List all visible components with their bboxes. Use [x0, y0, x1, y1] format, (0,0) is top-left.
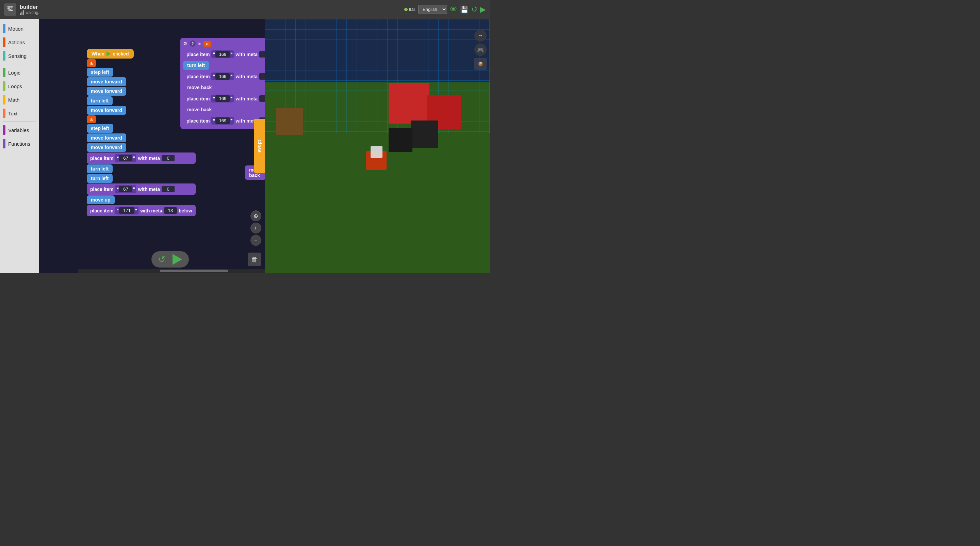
game-controls-overlay: ↔ 🎮 📦 — [474, 29, 487, 70]
ov-meta-3[interactable] — [259, 95, 264, 102]
sidebar-item-motion[interactable]: Motion — [0, 22, 39, 35]
move-forward-block-2[interactable]: move forward — [87, 87, 126, 96]
game-dark-block — [388, 128, 412, 152]
meta-input-13[interactable] — [164, 207, 177, 214]
quote-wrap-ov-2: ❝❞ — [211, 73, 234, 80]
motion-color-icon — [3, 24, 5, 33]
overlay-place-item-2[interactable]: place item ❝❞ with meta — [183, 71, 265, 82]
sidebar-item-functions[interactable]: Functions — [0, 137, 39, 150]
ov-turn-left[interactable]: turn left — [183, 61, 209, 70]
turn-left-block-3[interactable]: turn left — [87, 174, 113, 183]
play-button[interactable]: ▶ — [480, 5, 486, 14]
game-canvas: ↔ 🎮 📦 — [265, 19, 490, 273]
move-forward-block-3[interactable]: move forward — [87, 106, 126, 115]
nav-zoom-in-button[interactable]: + — [250, 223, 261, 234]
move-forward-block-5[interactable]: move forward — [87, 143, 126, 152]
logic-label: Logic — [8, 70, 21, 76]
sidebar-item-actions[interactable]: Actions — [0, 35, 39, 49]
visibility-button[interactable]: 👁 — [450, 5, 457, 14]
overlay-header: ⚙ ? to a — [183, 40, 265, 47]
loops-label: Loops — [8, 83, 22, 89]
game-character-head — [371, 146, 382, 158]
move-up-block[interactable]: move up — [87, 196, 115, 204]
quote-wrap-ov-1: ❝❞ — [211, 50, 234, 58]
item-id-input-171[interactable] — [119, 207, 134, 214]
game-brown-block — [276, 108, 303, 135]
gamepad-control[interactable]: 🎮 — [474, 44, 487, 56]
sidebar-item-math[interactable]: Math — [0, 93, 39, 107]
overlay-blocks: place item ❝❞ with meta turn left place … — [183, 49, 265, 126]
sidebar: Motion Actions Sensing Logic Loops Math … — [0, 19, 39, 273]
app-status: waiting... — [20, 10, 41, 15]
sidebar-item-text[interactable]: Text — [0, 107, 39, 120]
ov-item-id-4[interactable] — [215, 118, 230, 124]
blocks-canvas[interactable]: When clicked a step left move forward mo… — [39, 19, 265, 273]
functions-color-icon — [3, 139, 5, 148]
close-panel-button[interactable]: Close — [254, 119, 265, 173]
meta-input-0-2[interactable] — [162, 186, 175, 192]
sidebar-item-loops[interactable]: Loops — [0, 79, 39, 93]
move-forward-block-4[interactable]: move forward — [87, 134, 126, 142]
ids-dot-icon — [404, 8, 408, 11]
main-block-stack: a step left move forward move forward tu… — [87, 59, 196, 216]
move-forward-block-1[interactable]: move forward — [87, 77, 126, 86]
game-view: ↔ 🎮 📦 — [265, 19, 490, 273]
quote-wrap-ov-4: ❝❞ — [211, 117, 234, 124]
step-left-block[interactable]: step left — [87, 68, 113, 76]
language-select[interactable]: English Spanish French — [418, 5, 447, 14]
quote-wrap-icon-3: ❝❞ — [115, 207, 138, 215]
undo-button[interactable]: ↺ — [471, 5, 477, 14]
horizontal-scrollbar[interactable] — [78, 269, 265, 273]
sensing-color-icon — [3, 51, 5, 60]
canvas-play-button[interactable] — [172, 254, 182, 265]
overlay-place-item-1[interactable]: place item ❝❞ with meta — [183, 49, 265, 60]
math-color-icon — [3, 95, 5, 105]
ov-item-id-3[interactable] — [215, 95, 230, 102]
game-red-block-1 — [388, 83, 430, 124]
actions-label: Actions — [8, 40, 25, 45]
game-black-block — [411, 121, 438, 148]
sidebar-item-logic[interactable]: Logic — [0, 66, 39, 79]
turn-left-block-1[interactable]: turn left — [87, 96, 113, 105]
save-button[interactable]: 💾 — [460, 5, 469, 14]
overlay-place-item-4[interactable]: place item ❝❞ with meta — [183, 115, 265, 126]
item-id-input-67[interactable] — [119, 155, 132, 161]
trash-button[interactable]: 🗑 — [248, 253, 261, 266]
ov-meta-1[interactable] — [259, 51, 264, 57]
quote-wrap-icon-2: ❝❞ — [115, 185, 136, 193]
place-item-block-67[interactable]: place item ❝❞ with meta — [87, 153, 196, 164]
question-icon[interactable]: ? — [189, 40, 196, 47]
overlay-place-item-3[interactable]: place item ❝❞ with meta — [183, 93, 265, 104]
nav-center-button[interactable]: ⊕ — [250, 210, 261, 221]
sidebar-item-sensing[interactable]: Sensing — [0, 49, 39, 63]
sidebar-item-variables[interactable]: Variables — [0, 123, 39, 137]
scrollbar-thumb[interactable] — [160, 270, 228, 272]
ids-button[interactable]: IDs — [404, 7, 416, 12]
ov-meta-2[interactable] — [259, 73, 264, 80]
var-a-block-2[interactable]: a — [87, 115, 96, 123]
bottom-controls: ↺ — [151, 251, 189, 267]
nav-zoom-out-button[interactable]: − — [250, 235, 261, 246]
motion-label: Motion — [8, 26, 24, 32]
text-label: Text — [8, 111, 18, 116]
header-right: IDs English Spanish French 👁 💾 ↺ ▶ — [404, 5, 486, 14]
arrow-right-control[interactable]: ↔ — [474, 29, 487, 41]
item-id-input-67-2[interactable] — [119, 186, 132, 192]
place-item-block-171[interactable]: place item ❝❞ with meta below — [87, 205, 196, 216]
status-bars-icon — [20, 10, 24, 15]
ov-move-back-1[interactable]: move back — [183, 83, 216, 92]
when-clicked-block[interactable]: When clicked — [87, 49, 134, 59]
ov-item-id-2[interactable] — [215, 73, 230, 80]
turn-left-block-2[interactable]: turn left — [87, 164, 113, 173]
canvas-undo-button[interactable]: ↺ — [158, 254, 166, 265]
ov-item-id-1[interactable] — [215, 51, 230, 57]
ov-move-back-2[interactable]: move back — [183, 105, 216, 114]
var-a-block-1[interactable]: a — [87, 59, 96, 67]
sidebar-separator — [3, 64, 37, 64]
main-layout: Motion Actions Sensing Logic Loops Math … — [0, 19, 490, 273]
gear-icon: ⚙ — [183, 41, 188, 46]
place-item-block-67-2[interactable]: place item ❝❞ with meta — [87, 183, 196, 195]
header: 🏗 builder waiting... IDs English Spanish… — [0, 0, 490, 19]
meta-input-0-1[interactable] — [162, 155, 175, 161]
step-left-block-2[interactable]: step left — [87, 124, 113, 133]
